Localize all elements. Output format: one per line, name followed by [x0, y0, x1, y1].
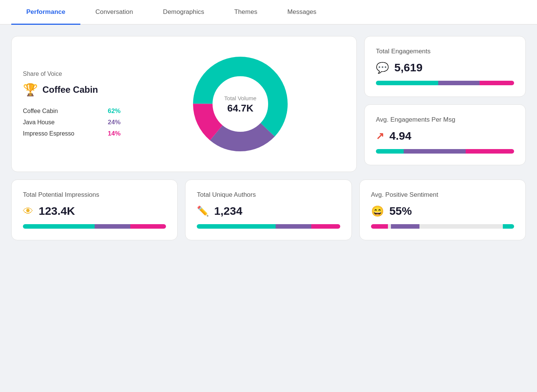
sentiment-pos	[503, 224, 514, 229]
avg-engagements-card: Avg. Engagements Per Msg ↗ 4.94	[364, 104, 526, 165]
total-engagements-title: Total Engagements	[376, 48, 514, 55]
total-authors-value: 1,234	[214, 205, 242, 217]
bar-seg2	[438, 81, 480, 85]
avg-sentiment-metric-row: 😄 55%	[371, 205, 514, 217]
bar-seg1	[23, 224, 95, 229]
avg-engagements-value: 4.94	[389, 130, 411, 142]
bar-seg3	[311, 224, 340, 229]
total-impressions-title: Total Potential Impressions	[23, 191, 166, 199]
share-of-voice-card: Share of Voice 🏆 Coffee Cabin Coffee Cab…	[11, 36, 357, 172]
total-impressions-bar	[23, 224, 166, 229]
nav-bar: Performance Conversation Demographics Th…	[0, 0, 537, 25]
competitor-pct-2: 24%	[108, 119, 121, 126]
bar-seg1	[376, 81, 438, 85]
donut-chart-wrapper: Total Volume 64.7K	[136, 48, 345, 160]
total-authors-metric-row: ✏️ 1,234	[197, 205, 340, 217]
bar-seg1	[376, 149, 404, 154]
donut-chart: Total Volume 64.7K	[184, 48, 297, 160]
sentiment-gap2	[419, 224, 502, 229]
sentiment-neu	[391, 224, 419, 229]
competitor-name-3: Impresso Espresso	[23, 130, 74, 137]
tab-themes[interactable]: Themes	[219, 0, 272, 25]
bar-seg2	[95, 224, 130, 229]
chat-bubble-icon: 💬	[376, 62, 389, 74]
total-impressions-metric-row: 👁 123.4K	[23, 205, 166, 217]
main-content: Share of Voice 🏆 Coffee Cabin Coffee Cab…	[0, 25, 537, 252]
bar-seg3	[130, 224, 166, 229]
sov-label: Share of Voice	[23, 71, 121, 77]
competitor-name-1: Coffee Cabin	[23, 108, 58, 115]
eye-icon: 👁	[23, 205, 33, 217]
bar-seg2	[404, 149, 466, 154]
donut-center-label: Total Volume	[224, 95, 256, 101]
donut-center-value: 64.7K	[227, 103, 253, 114]
bar-seg3	[466, 149, 514, 154]
total-impressions-value: 123.4K	[39, 205, 75, 217]
trophy-icon: 🏆	[23, 83, 38, 97]
list-item: Coffee Cabin 62%	[23, 107, 121, 115]
bar-seg2	[276, 224, 311, 229]
avg-sentiment-title: Avg. Positive Sentiment	[371, 191, 514, 199]
total-engagements-bar	[376, 81, 514, 85]
pencil-icon: ✏️	[197, 205, 209, 217]
sov-competitors: Coffee Cabin 62% Java House 24% Impresso…	[23, 107, 121, 137]
total-authors-bar	[197, 224, 340, 229]
avg-sentiment-bar	[371, 224, 514, 229]
competitor-name-2: Java House	[23, 119, 55, 126]
tab-conversation[interactable]: Conversation	[80, 0, 148, 25]
sov-brand-row: 🏆 Coffee Cabin	[23, 83, 121, 97]
right-column: Total Engagements 💬 5,619 Avg. Engagemen…	[364, 36, 526, 172]
total-engagements-metric-row: 💬 5,619	[376, 61, 514, 74]
competitor-pct-1: 62%	[108, 107, 121, 115]
smile-icon: 😄	[371, 205, 384, 217]
sov-brand-name: Coffee Cabin	[42, 84, 98, 95]
total-engagements-value: 5,619	[394, 61, 422, 74]
sentiment-gap1	[388, 224, 391, 229]
avg-engagements-title: Avg. Engagements Per Msg	[376, 116, 514, 124]
tab-messages[interactable]: Messages	[272, 0, 331, 25]
tab-performance[interactable]: Performance	[11, 0, 80, 25]
total-engagements-card: Total Engagements 💬 5,619	[364, 36, 526, 97]
total-authors-card: Total Unique Authors ✏️ 1,234	[185, 179, 351, 240]
arrow-up-icon: ↗	[376, 130, 384, 142]
avg-engagements-metric-row: ↗ 4.94	[376, 130, 514, 142]
competitor-pct-3: 14%	[108, 130, 121, 137]
list-item: Impresso Espresso 14%	[23, 130, 121, 137]
bar-seg1	[197, 224, 276, 229]
sentiment-neg	[371, 224, 388, 229]
tab-demographics[interactable]: Demographics	[148, 0, 219, 25]
sov-left-panel: Share of Voice 🏆 Coffee Cabin Coffee Cab…	[23, 71, 121, 137]
avg-sentiment-card: Avg. Positive Sentiment 😄 55%	[359, 179, 526, 240]
list-item: Java House 24%	[23, 119, 121, 126]
avg-sentiment-value: 55%	[389, 205, 412, 217]
total-authors-title: Total Unique Authors	[197, 191, 340, 199]
total-impressions-card: Total Potential Impressions 👁 123.4K	[11, 179, 178, 240]
avg-engagements-bar	[376, 149, 514, 154]
bottom-row: Total Potential Impressions 👁 123.4K Tot…	[11, 179, 526, 240]
bar-seg3	[480, 81, 514, 85]
